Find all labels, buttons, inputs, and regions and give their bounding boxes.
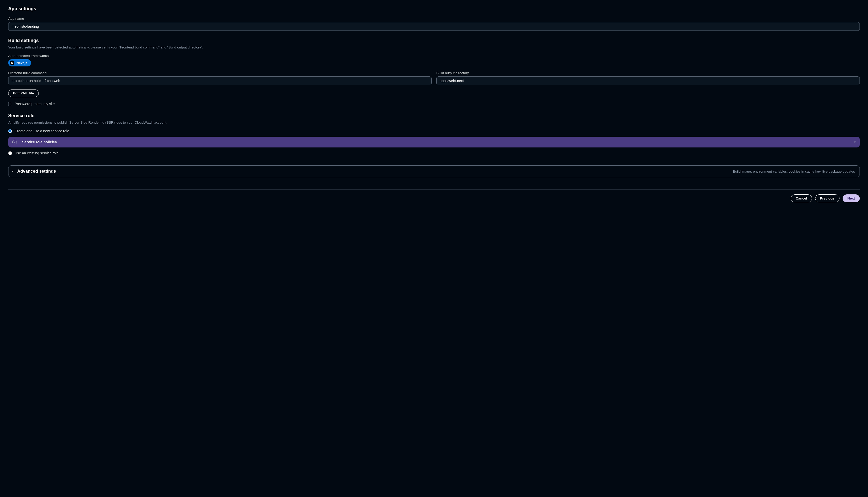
framework-badge: N Next.js [8,59,31,67]
password-protect-checkbox[interactable] [8,102,12,106]
chevron-down-icon: ▾ [854,140,856,144]
frontend-cmd-input[interactable] [8,76,432,85]
frameworks-label: Auto-detected frameworks [8,54,860,58]
cancel-button[interactable]: Cancel [791,194,812,202]
service-role-description: Amplify requires permissions to publish … [8,120,860,124]
advanced-settings-title: Advanced settings [17,169,733,174]
footer-buttons: Cancel Previous Next [8,194,860,202]
build-settings-description: Your build settings have been detected a… [8,45,860,49]
app-name-label: App name [8,17,860,20]
radio-create-role[interactable] [8,129,12,133]
frontend-cmd-label: Frontend build command [8,71,432,75]
app-name-input[interactable] [8,22,860,31]
radio-create-role-label: Create and use a new service role [15,129,69,133]
service-role-policies-panel[interactable]: i Service role policies ▾ [8,137,860,147]
build-settings-heading: Build settings [8,38,860,43]
password-protect-label: Password protect my site [15,102,55,106]
chevron-down-icon: ▼ [12,170,14,173]
next-button[interactable]: Next [843,194,860,202]
policies-title: Service role policies [22,140,854,144]
advanced-settings-description: Build image, environment variables, cook… [733,170,855,173]
edit-yml-button[interactable]: Edit YML file [8,89,39,97]
nextjs-icon: N [10,60,14,65]
footer-divider [8,189,860,190]
framework-name: Next.js [16,61,27,65]
advanced-settings-panel[interactable]: ▼ Advanced settings Build image, environ… [8,166,860,177]
service-role-heading: Service role [8,113,860,118]
radio-existing-role-label: Use an existing service role [15,151,58,155]
output-dir-label: Build output directory [436,71,860,75]
app-settings-heading: App settings [8,6,860,12]
previous-button[interactable]: Previous [815,194,840,202]
radio-existing-role[interactable] [8,151,12,155]
output-dir-input[interactable] [436,76,860,85]
info-icon: i [12,140,17,144]
